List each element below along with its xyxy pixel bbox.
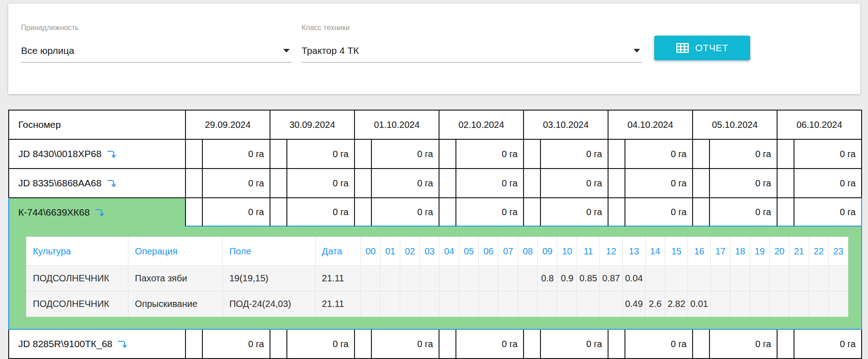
operations-detail: КультураОперацияПолеДата0001020304050607… [9, 227, 861, 329]
day-total-cell: 0 га [625, 198, 692, 227]
day-subcell [608, 198, 625, 227]
hour-value-cell [439, 266, 459, 291]
hour-value-cell [789, 266, 809, 291]
fleet-header-row: Госномер29.09.202430.09.202401.10.202402… [8, 110, 862, 139]
hour-col-header: 07 [498, 237, 518, 266]
hour-value-cell [577, 291, 600, 317]
vehicle-name: JD 8285R\9100ТК_68 [18, 338, 112, 349]
day-total-cell: 0 га [540, 169, 608, 197]
table-icon [676, 43, 689, 53]
day-subcell [439, 140, 455, 168]
hour-value-cell: 0.04 [623, 266, 646, 291]
day-total-cell: 0 га [455, 169, 523, 197]
vehicle-row[interactable]: JD 8285R\9100ТК_680 га0 га0 га0 га0 га0 … [8, 330, 862, 358]
day-subcell [270, 169, 286, 197]
day-subcell [692, 140, 709, 168]
hour-value-cell [381, 266, 400, 291]
expand-arrow-icon[interactable] [94, 207, 105, 218]
hour-value-cell: 2.6 [646, 291, 665, 317]
hour-value-cell [479, 266, 498, 291]
day-total-cell: 0 га [371, 140, 439, 168]
day-subcell [354, 198, 371, 227]
expand-arrow-icon[interactable] [106, 149, 116, 159]
hour-value-cell [439, 291, 459, 317]
crop-cell: ПОДСОЛНЕЧНИК [26, 266, 128, 291]
hour-value-cell [361, 266, 381, 291]
hour-value-cell [688, 266, 711, 291]
day-total-cell: 0 га [794, 330, 861, 358]
hour-value-cell: 2.82 [665, 291, 688, 317]
day-total-cell: 0 га [625, 169, 692, 197]
hour-value-cell [750, 291, 770, 317]
hour-value-cell [420, 266, 439, 291]
hour-value-cell [770, 266, 789, 291]
hour-value-cell [730, 291, 750, 317]
expand-arrow-icon[interactable] [106, 178, 116, 189]
day-total-cell: 0 га [709, 169, 777, 197]
operations-header-row: КультураОперацияПолеДата0001020304050607… [26, 237, 848, 266]
vehicle-row-expanded[interactable]: К-744\6639ХК680 га0 га0 га0 га0 га0 га0 … [9, 198, 859, 227]
hour-value-cell [770, 291, 789, 317]
day-subcell [608, 330, 625, 358]
hour-value-cell [498, 266, 518, 291]
hour-col-header: 23 [829, 237, 848, 266]
day-total-cell: 0 га [371, 330, 439, 358]
tech-class-select[interactable]: Трактор 4 ТК [302, 39, 642, 63]
hour-col-header: 17 [711, 237, 730, 266]
ownership-select[interactable]: Все юрлица [21, 39, 291, 63]
vehicle-name: JD 8430\0018ХР68 [18, 148, 101, 159]
chevron-down-icon [283, 49, 290, 53]
day-total-cell: 0 га [540, 330, 608, 358]
hour-value-cell: 0.8 [538, 266, 557, 291]
hour-value-cell [829, 266, 848, 291]
day-subcell [777, 169, 794, 197]
day-subcell [608, 169, 625, 197]
day-total-cell: 0 га [455, 140, 523, 168]
hour-col-header: 16 [688, 237, 711, 266]
hour-value-cell [809, 266, 829, 291]
crop-cell: ПОДСОЛНЕЧНИК [26, 291, 128, 317]
hour-col-header: 06 [479, 237, 498, 266]
vehicle-row[interactable]: JD 8430\0018ХР680 га0 га0 га0 га0 га0 га… [8, 139, 862, 168]
day-subcell [270, 198, 286, 227]
day-total-cell: 0 га [709, 140, 777, 168]
hour-col-header: 22 [809, 237, 829, 266]
detail-col-header: Культура [26, 237, 128, 266]
hour-col-header: 02 [400, 237, 420, 266]
hour-value-cell [829, 291, 848, 317]
hour-value-cell [381, 291, 400, 317]
day-total-cell: 0 га [455, 198, 523, 227]
ownership-value: Все юрлица [21, 45, 74, 56]
day-total-cell: 0 га [709, 330, 777, 358]
day-subcell [777, 330, 794, 358]
operation-cell: Пахота зяби [128, 266, 223, 291]
day-total-cell: 0 га [371, 198, 439, 227]
day-total-cell: 0 га [286, 169, 354, 197]
hour-value-cell [518, 266, 538, 291]
day-total-cell: 0 га [202, 169, 270, 197]
hour-value-cell: 0.87 [600, 266, 623, 291]
vehicle-name: К-744\6639ХК68 [18, 207, 90, 218]
hour-col-header: 00 [361, 237, 381, 266]
hour-value-cell [750, 266, 770, 291]
detail-col-header: Операция [128, 237, 223, 266]
hour-value-cell [518, 291, 538, 317]
operation-row: ПОДСОЛНЕЧНИКПахота зяби19(19,15)21.110.8… [26, 266, 848, 291]
day-total-cell: 0 га [540, 198, 608, 227]
day-subcell [270, 140, 286, 168]
hour-col-header: 21 [789, 237, 809, 266]
operation-row: ПОДСОЛНЕЧНИКОпрыскиваниеПОД-24(24,03)21.… [26, 291, 848, 317]
hour-col-header: 08 [518, 237, 538, 266]
vehicle-row[interactable]: JD 8335\6868АА680 га0 га0 га0 га0 га0 га… [8, 168, 862, 197]
day-subcell [185, 330, 202, 358]
report-page: Принадлежность Все юрлица Класс техники … [0, 0, 868, 359]
day-subcell [777, 198, 794, 227]
day-total-cell: 0 га [794, 169, 861, 197]
date-header: 05.10.2024 [692, 111, 777, 139]
day-total-cell: 0 га [625, 140, 692, 168]
report-button[interactable]: ОТЧЕТ [654, 36, 750, 60]
tech-class-label: Класс техники [302, 24, 642, 32]
vehicle-name-cell: JD 8285R\9100ТК_68 [9, 330, 185, 358]
day-subcell [439, 330, 455, 358]
expand-arrow-icon[interactable] [117, 339, 127, 349]
